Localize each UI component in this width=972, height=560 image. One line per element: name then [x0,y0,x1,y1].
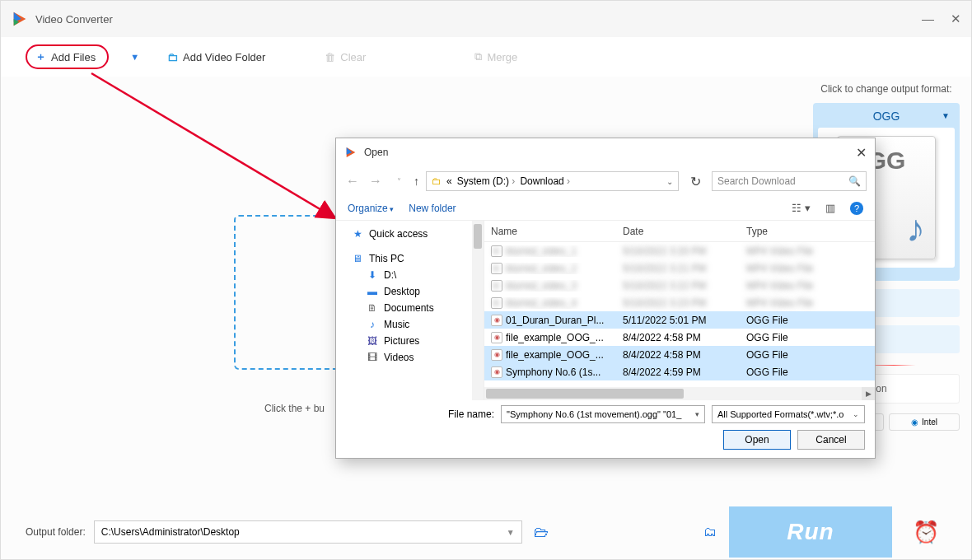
intel-icon: ◉ [911,418,918,427]
music-note-icon: ♪ [906,206,925,250]
file-icon: ▶ [491,297,502,309]
dropzone-caption: Click the + bu [264,403,325,414]
output-folder-label: Output folder: [26,526,86,538]
app-logo-icon [344,146,357,159]
dialog-close-button[interactable]: ✕ [856,145,867,161]
videos-icon: 🎞 [366,352,379,363]
add-files-button[interactable]: ＋ Add Files [26,44,109,69]
filename-label: File name: [346,408,494,420]
file-open-dialog: Open ✕ ← → ˅ ↑ 🗀 « System (D:) Download … [335,138,876,459]
nav-back-button[interactable]: ← [344,174,361,189]
intel-chip: ◉Intel [889,413,960,431]
music-icon: ♪ [366,319,379,330]
document-icon: 🗎 [366,302,379,314]
dialog-title: Open [364,147,856,158]
merge-icon: ⧉ [474,50,482,63]
path-segment[interactable]: Download [520,175,570,187]
run-button[interactable]: Run [729,506,892,558]
change-format-label: Click to change output format: [813,83,960,95]
tree-quick-access[interactable]: ★Quick access [336,226,484,242]
organize-menu[interactable]: Organize [348,203,394,214]
tree-videos[interactable]: 🎞Videos [336,349,484,366]
tree-pictures[interactable]: 🖼Pictures [336,333,484,349]
titlebar: Video Converter — ✕ [1,1,971,37]
pc-icon: 🖥 [351,253,364,264]
column-name[interactable]: Name [484,226,616,237]
file-icon: ▶ [491,280,502,292]
file-row[interactable]: ▶blurred_video_25/10/2022 3:21 PMMP4 Vid… [484,259,875,277]
folder-icon: 🗀 [432,175,442,187]
clear-button[interactable]: 🗑 Clear [318,48,372,67]
file-list: ▶blurred_video_15/10/2022 3:20 PMMP4 Vid… [484,242,875,387]
file-row[interactable]: ◉file_example_OOG_...8/4/2022 4:58 PMOGG… [484,329,875,346]
open-button[interactable]: Open [723,430,791,450]
cancel-button[interactable]: Cancel [797,430,865,450]
file-icon: ◉ [491,332,502,343]
app-title: Video Converter [35,13,922,26]
navigation-tree: ★Quick access 🖥This PC ⬇D:\ ▬Desktop 🗎Do… [336,221,484,400]
file-row[interactable]: ▶blurred_video_15/10/2022 3:20 PMMP4 Vid… [484,242,875,259]
nav-recent-dropdown[interactable]: ˅ [390,177,407,186]
view-options-button[interactable]: ☷ ▾ [792,202,811,214]
file-icon: ◉ [491,315,502,326]
filename-input[interactable]: "Symphony No.6 (1st movement).ogg" "01_▾ [501,405,705,423]
file-icon: ▶ [491,245,502,257]
file-row[interactable]: ▶blurred_video_35/10/2022 3:22 PMMP4 Vid… [484,277,875,294]
horizontal-scrollbar[interactable]: ▶ [484,387,875,400]
new-folder-button[interactable]: New folder [409,203,456,214]
nav-forward-button[interactable]: → [367,174,384,189]
chevron-down-icon[interactable]: ⌄ [666,177,673,186]
bottombar: Output folder: C:\Users\Administrator\De… [1,505,971,559]
file-row[interactable]: ▶blurred_video_45/10/2022 3:23 PMMP4 Vid… [484,294,875,311]
star-icon: ★ [351,228,364,240]
add-video-folder-button[interactable]: 🗀 Add Video Folder [161,48,272,67]
shutdown-timer-button[interactable]: ⏰ [905,511,946,553]
file-list-header: Name Date Type [484,221,875,242]
app-logo-icon [11,10,29,28]
file-row[interactable]: ◉Symphony No.6 (1s...8/4/2022 4:59 PMOGG… [484,363,875,380]
file-type-filter[interactable]: All Supported Formats(*.wtv;*.o⌄ [712,405,865,423]
chevron-down-icon: ▼ [942,111,950,120]
file-icon: ◉ [491,349,502,361]
add-files-dropdown[interactable]: ▼ [130,52,139,62]
task-list-button[interactable]: 🗂 [699,521,721,543]
tree-desktop[interactable]: ▬Desktop [336,283,484,300]
file-icon: ◉ [491,366,502,378]
search-input[interactable]: Search Download 🔍 [712,171,867,191]
preview-pane-button[interactable]: ▥ [825,202,835,214]
tree-drive-d[interactable]: ⬇D:\ [336,267,484,283]
tree-scrollbar[interactable] [472,221,484,400]
output-folder-input[interactable]: C:\Users\Administrator\Desktop ▼ [94,520,522,544]
chevron-down-icon: ▼ [507,528,515,537]
desktop-icon: ▬ [366,286,379,297]
column-type[interactable]: Type [740,226,875,237]
pictures-icon: 🖼 [366,335,379,347]
close-button[interactable]: ✕ [951,12,961,26]
plus-icon: ＋ [35,49,46,64]
help-button[interactable]: ? [850,202,863,215]
refresh-button[interactable]: ↻ [685,174,705,189]
tree-this-pc[interactable]: 🖥This PC [336,250,484,267]
trash-icon: 🗑 [325,51,335,63]
tree-music[interactable]: ♪Music [336,316,484,333]
path-segment[interactable]: System (D:) [457,175,516,187]
download-icon: ⬇ [366,269,379,281]
nav-up-button[interactable]: ↑ [414,175,419,188]
minimize-button[interactable]: — [922,12,934,26]
tree-documents[interactable]: 🗎Documents [336,300,484,316]
merge-button[interactable]: ⧉ Merge [468,47,524,67]
search-icon: 🔍 [848,175,861,187]
column-date[interactable]: Date [616,226,740,237]
toolbar: ＋ Add Files ▼ 🗀 Add Video Folder 🗑 Clear… [1,37,971,77]
file-icon: ▶ [491,263,502,274]
folder-plus-icon: 🗀 [167,51,178,63]
open-folder-button[interactable]: 🗁 [530,521,552,543]
file-row[interactable]: ◉file_example_OOG_...8/4/2022 4:58 PMOGG… [484,346,875,363]
address-bar[interactable]: 🗀 « System (D:) Download ⌄ [426,171,679,191]
file-row[interactable]: ◉01_Duran_Duran_Pl...5/11/2022 5:01 PMOG… [484,311,875,329]
